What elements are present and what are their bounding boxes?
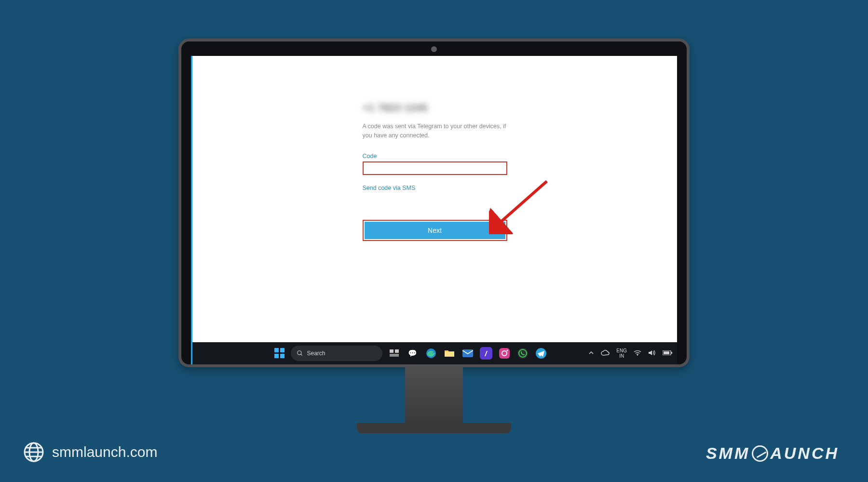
search-icon	[297, 350, 303, 357]
watermark-right-text-a: SMM	[706, 444, 750, 463]
webcam-dot	[431, 46, 437, 52]
monitor-frame: +1 7823 1245 A code was sent via Telegra…	[178, 39, 690, 433]
tray-chevron-icon[interactable]	[588, 350, 594, 357]
code-field-label: Code	[363, 153, 507, 160]
volume-icon[interactable]	[648, 349, 656, 358]
svg-rect-7	[390, 349, 393, 353]
svg-line-6	[300, 354, 302, 356]
next-button-highlight: Next	[363, 220, 507, 241]
watermark-right: SMM AUNCH	[706, 444, 839, 463]
mail-icon[interactable]	[461, 347, 474, 360]
screen: +1 7823 1245 A code was sent via Telegra…	[191, 56, 677, 364]
windows-taskbar: Search 💬 /	[192, 342, 677, 364]
watermark-left-text: smmlaunch.com	[52, 444, 157, 460]
chat-icon[interactable]: 💬	[407, 347, 419, 360]
search-placeholder: Search	[307, 350, 326, 357]
monitor-stand-base	[357, 423, 511, 433]
login-code-panel: +1 7823 1245 A code was sent via Telegra…	[363, 102, 507, 241]
phone-number-heading: +1 7823 1245	[363, 102, 507, 114]
svg-rect-4	[280, 354, 285, 358]
globe-icon	[23, 442, 44, 463]
telegram-icon[interactable]	[535, 347, 547, 360]
svg-rect-13	[499, 348, 510, 359]
edge-icon[interactable]	[425, 347, 437, 360]
svg-rect-8	[395, 349, 399, 353]
wifi-icon[interactable]	[634, 350, 641, 357]
svg-point-5	[297, 351, 301, 355]
app-icon[interactable]: /	[480, 347, 492, 360]
file-explorer-icon[interactable]	[443, 347, 456, 360]
svg-rect-2	[280, 348, 285, 352]
instagram-icon[interactable]	[498, 347, 511, 360]
svg-rect-1	[274, 348, 279, 352]
code-sent-description: A code was sent via Telegram to your oth…	[363, 122, 507, 140]
svg-rect-12	[462, 349, 473, 357]
whatsapp-icon[interactable]	[516, 347, 529, 360]
monitor-bezel: +1 7823 1245 A code was sent via Telegra…	[178, 39, 690, 367]
start-icon[interactable]	[274, 348, 285, 359]
svg-rect-22	[671, 352, 672, 354]
taskbar-search[interactable]: Search	[291, 346, 382, 361]
svg-rect-3	[274, 354, 279, 358]
monitor-stand-neck	[405, 367, 463, 423]
language-indicator[interactable]: ENG IN	[616, 348, 627, 359]
task-view-icon[interactable]	[388, 347, 401, 360]
battery-icon[interactable]	[663, 350, 672, 357]
svg-rect-11	[445, 352, 454, 357]
cloud-icon[interactable]	[601, 350, 610, 357]
svg-point-15	[506, 350, 508, 351]
watermark-left: smmlaunch.com	[23, 442, 157, 463]
code-input[interactable]	[363, 161, 507, 175]
next-button[interactable]: Next	[365, 222, 505, 239]
send-sms-link[interactable]: Send code via SMS	[363, 185, 416, 191]
svg-rect-21	[664, 351, 669, 354]
svg-point-19	[637, 355, 638, 356]
watermark-right-text-b: AUNCH	[770, 444, 839, 463]
svg-rect-9	[390, 354, 399, 357]
watermark-logo-o-icon	[752, 445, 768, 462]
